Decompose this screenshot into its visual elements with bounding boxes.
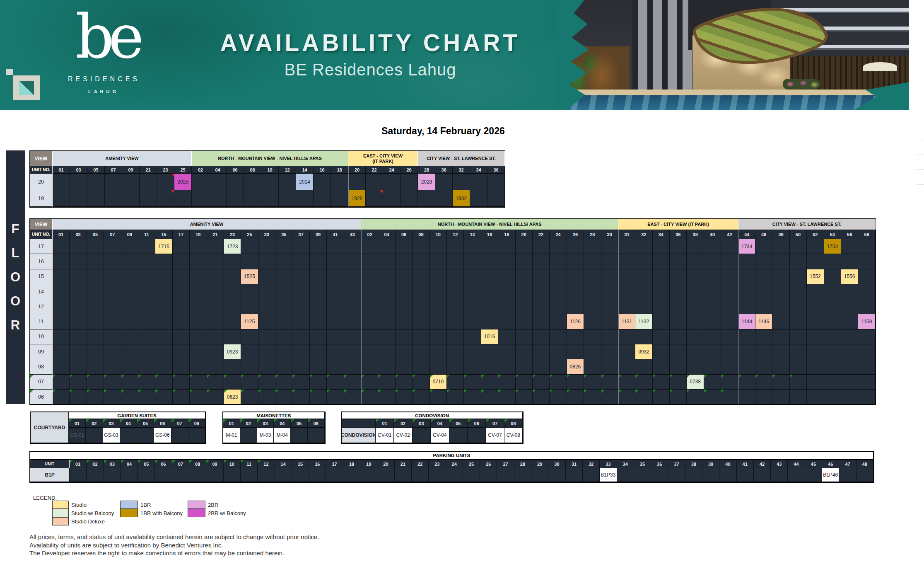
unit-1715[interactable]: 1715	[155, 239, 172, 254]
unit-cell[interactable]	[498, 239, 515, 254]
unit-cell[interactable]	[310, 390, 327, 404]
unit-cell[interactable]	[209, 174, 227, 190]
unit-cell[interactable]	[567, 239, 584, 254]
unit-cell[interactable]	[755, 284, 772, 299]
unit-cell[interactable]	[173, 359, 190, 374]
unit-cell[interactable]	[755, 254, 772, 269]
unit-cell[interactable]	[366, 174, 383, 190]
unit-CV-01[interactable]: CV-01	[376, 428, 394, 443]
unit-cell[interactable]	[309, 468, 326, 482]
unit-cell[interactable]	[635, 390, 652, 404]
unit-cell[interactable]	[121, 269, 138, 284]
unit-cell[interactable]	[772, 269, 789, 284]
unit-cell[interactable]	[635, 329, 652, 344]
unit-cell[interactable]	[653, 239, 670, 254]
unit-cell[interactable]	[839, 468, 856, 482]
unit-cell[interactable]	[413, 390, 429, 404]
unit-cell[interactable]	[807, 314, 824, 329]
unit-cell[interactable]	[721, 329, 738, 344]
unit-cell[interactable]	[447, 239, 464, 254]
unit-cell[interactable]	[275, 344, 292, 359]
unit-cell[interactable]	[361, 269, 378, 284]
unit-cell[interactable]	[550, 254, 567, 269]
unit-cell[interactable]	[327, 239, 344, 254]
unit-B1P46[interactable]: B1P46	[822, 468, 839, 482]
unit-cell[interactable]	[480, 468, 497, 482]
unit-cell[interactable]	[104, 344, 121, 359]
unit-cell[interactable]	[314, 174, 331, 190]
unit-cell[interactable]	[412, 468, 429, 482]
unit-cell[interactable]	[310, 375, 327, 390]
unit-cell[interactable]	[190, 359, 207, 374]
unit-cell[interactable]	[481, 390, 498, 404]
unit-cell[interactable]	[790, 284, 807, 299]
unit-cell[interactable]	[790, 344, 807, 359]
unit-cell[interactable]	[790, 269, 807, 284]
unit-cell[interactable]	[670, 254, 687, 269]
unit-cell[interactable]	[413, 344, 429, 359]
unit-cell[interactable]	[241, 359, 258, 374]
unit-cell[interactable]	[327, 284, 344, 299]
unit-cell[interactable]	[292, 359, 309, 374]
unit-cell[interactable]	[70, 359, 87, 374]
unit-cell[interactable]	[498, 359, 515, 374]
unit-cell[interactable]	[241, 254, 258, 269]
unit-cell[interactable]	[788, 468, 805, 482]
unit-cell[interactable]	[824, 359, 841, 374]
unit-cell[interactable]	[327, 344, 344, 359]
unit-cell[interactable]	[670, 344, 687, 359]
unit-cell[interactable]	[430, 359, 447, 374]
unit-cell[interactable]	[121, 375, 138, 390]
unit-cell[interactable]	[400, 190, 418, 207]
unit-cell[interactable]	[516, 269, 533, 284]
unit-cell[interactable]	[481, 269, 498, 284]
unit-cell[interactable]	[138, 284, 155, 299]
unit-cell[interactable]	[361, 329, 378, 344]
unit-cell[interactable]	[224, 284, 241, 299]
unit-cell[interactable]	[413, 239, 429, 254]
unit-cell[interactable]	[772, 329, 789, 344]
unit-cell[interactable]	[807, 344, 824, 359]
unit-cell[interactable]	[190, 314, 207, 329]
unit-cell[interactable]	[155, 329, 172, 344]
unit-cell[interactable]	[618, 359, 635, 374]
unit-cell[interactable]	[207, 359, 224, 374]
unit-cell[interactable]	[87, 314, 104, 329]
unit-cell[interactable]	[104, 239, 121, 254]
unit-cell[interactable]	[70, 254, 87, 269]
unit-cell[interactable]	[498, 390, 515, 404]
unit-cell[interactable]	[378, 254, 395, 269]
unit-cell[interactable]	[258, 284, 275, 299]
unit-cell[interactable]	[292, 329, 309, 344]
unit-cell[interactable]	[704, 299, 721, 314]
unit-cell[interactable]	[435, 190, 453, 207]
unit-cell[interactable]	[498, 314, 515, 329]
unit-cell[interactable]	[790, 254, 807, 269]
unit-cell[interactable]	[87, 174, 105, 190]
unit-0923[interactable]: 0923	[224, 344, 241, 359]
unit-cell[interactable]	[464, 375, 481, 390]
unit-cell[interactable]	[481, 344, 498, 359]
unit-cell[interactable]	[378, 390, 395, 404]
unit-cell[interactable]	[584, 314, 601, 329]
unit-cell[interactable]	[704, 239, 721, 254]
unit-cell[interactable]	[772, 375, 789, 390]
unit-cell[interactable]	[207, 254, 224, 269]
unit-cell[interactable]	[241, 375, 258, 390]
unit-cell[interactable]	[498, 329, 515, 344]
unit-cell[interactable]	[122, 190, 140, 207]
unit-cell[interactable]	[550, 375, 567, 390]
unit-cell[interactable]	[807, 299, 824, 314]
unit-cell[interactable]	[413, 314, 429, 329]
unit-cell[interactable]	[601, 314, 618, 329]
unit-cell[interactable]	[858, 329, 875, 344]
unit-cell[interactable]	[430, 344, 447, 359]
unit-cell[interactable]	[224, 375, 241, 390]
unit-cell[interactable]	[533, 390, 550, 404]
unit-cell[interactable]	[279, 174, 296, 190]
unit-cell[interactable]	[224, 314, 241, 329]
unit-cell[interactable]	[550, 329, 567, 344]
unit-cell[interactable]	[209, 190, 227, 207]
unit-cell[interactable]	[87, 359, 104, 374]
unit-cell[interactable]	[430, 269, 447, 284]
